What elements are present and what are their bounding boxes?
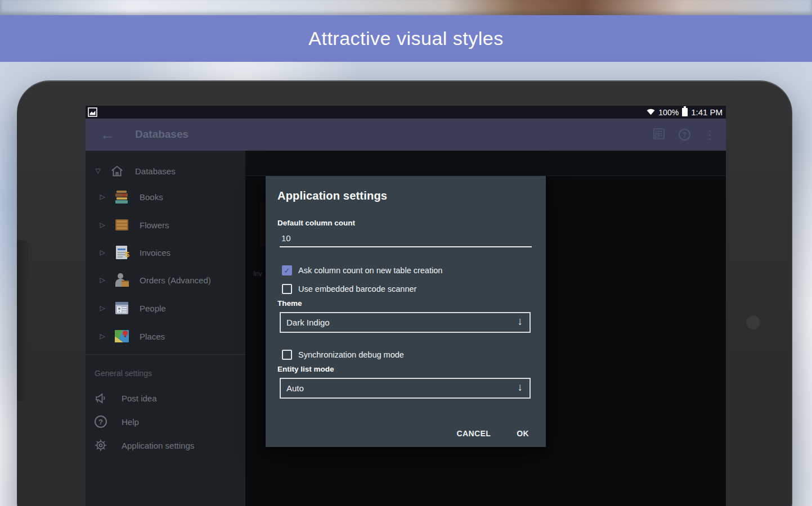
map-icon (114, 328, 129, 344)
checkbox-unchecked-icon[interactable] (282, 350, 292, 360)
sidebar-item-label: Help (122, 417, 139, 427)
image-notification-icon[interactable] (88, 107, 97, 119)
bezel-side-strip (17, 240, 28, 401)
checkbox-label: Use embedded barcode scanner (298, 284, 416, 293)
tablet-device: 100% 1:41 PM ← Databases (17, 80, 792, 506)
sidebar-item-label: Invoices (140, 248, 171, 257)
dropdown-arrow-icon: ↓ (518, 315, 523, 328)
app-bar-actions: ? ⋮ (653, 119, 716, 151)
background-top-strip (0, 0, 812, 15)
sidebar-item-label: Post idea (122, 394, 157, 403)
entity-list-mode-select[interactable]: Auto ↓ (280, 378, 531, 399)
sidebar-item-label: Places (140, 332, 165, 341)
dimmed-card-label: Inv (253, 270, 262, 278)
megaphone-icon (93, 391, 108, 405)
cancel-button[interactable]: CANCEL (456, 429, 491, 438)
column-count-input[interactable] (280, 232, 532, 247)
theme-label: Theme (277, 299, 302, 308)
tablet-screen: 100% 1:41 PM ← Databases (86, 106, 726, 506)
sidebar-item-orders-advanced[interactable]: ▷ Orders (Advanced) (86, 269, 245, 291)
checkbox-barcode-scanner[interactable]: Use embedded barcode scanner (282, 284, 416, 294)
expand-arrow-icon[interactable]: ▷ (98, 221, 107, 229)
status-bar: 100% 1:41 PM (86, 106, 726, 119)
checkbox-checked-icon[interactable]: ✓ (282, 265, 292, 275)
checkbox-label: Synchronization debug mode (298, 350, 404, 359)
checkbox-unchecked-icon[interactable] (282, 284, 292, 294)
sidebar-item-label: Orders (Advanced) (140, 275, 211, 285)
camera-lens (745, 314, 761, 331)
dropdown-arrow-icon: ↓ (518, 381, 523, 394)
banner-title: Attractive visual styles (308, 28, 503, 49)
marketing-banner: Attractive visual styles (0, 15, 812, 62)
contact-card-icon (114, 300, 129, 316)
sidebar-item-flowers[interactable]: ▷ Flowers (86, 214, 245, 236)
sidebar-item-label: Databases (135, 166, 176, 176)
application-settings-dialog: Application settings Default column coun… (266, 176, 546, 447)
sidebar-item-label: Books (140, 192, 163, 202)
expand-arrow-icon[interactable]: ▷ (98, 276, 107, 284)
app-bar: ← Databases ? ⋮ (86, 119, 726, 151)
dialog-title: Application settings (277, 189, 387, 202)
home-icon (109, 163, 125, 179)
expand-arrow-icon[interactable]: ▷ (98, 304, 107, 312)
battery-icon (681, 106, 688, 119)
expand-arrow-icon[interactable]: ▷ (98, 332, 107, 340)
column-count-label: Default column count (277, 219, 355, 227)
person-box-icon (114, 272, 129, 288)
theme-selected-value: Dark Indigo (286, 318, 330, 327)
sidebar-item-help[interactable]: ? Help (86, 410, 245, 433)
screenshot-root: Attractive visual styles (0, 0, 812, 506)
sidebar-item-label: Flowers (140, 220, 169, 230)
checkbox-sync-debug[interactable]: Synchronization debug mode (282, 350, 404, 360)
expand-arrow-icon[interactable]: ▷ (98, 249, 107, 256)
invoice-icon: $ (114, 245, 129, 260)
entity-list-mode-label: Entity list mode (277, 365, 334, 373)
help-icon: ? (93, 414, 108, 429)
sidebar-item-application-settings[interactable]: Application settings (86, 434, 245, 457)
checkbox-label: Ask column count on new table creation (298, 266, 442, 275)
sidebar-item-label: Application settings (122, 441, 194, 450)
clock: 1:41 PM (691, 107, 723, 117)
ok-button[interactable]: OK (517, 429, 529, 438)
sidebar-item-label: People (140, 304, 166, 313)
overflow-menu-icon[interactable]: ⋮ (704, 129, 716, 141)
wifi-icon (646, 107, 656, 118)
contact-card-icon[interactable] (653, 128, 665, 142)
expand-arrow-icon[interactable]: ▷ (98, 193, 107, 201)
dialog-buttons: CANCEL OK (456, 429, 529, 438)
entity-list-mode-selected-value: Auto (286, 383, 304, 393)
sidebar-divider (86, 354, 245, 355)
sidebar-item-post-idea[interactable]: Post idea (86, 387, 245, 409)
section-header: General settings (95, 369, 152, 378)
collapse-arrow-icon[interactable]: ▽ (93, 167, 102, 175)
sidebar-item-places[interactable]: ▷ Places (86, 325, 245, 347)
sidebar-item-people[interactable]: ▷ People (86, 297, 245, 319)
crate-icon (114, 217, 129, 233)
status-bar-right: 100% 1:41 PM (646, 106, 723, 119)
sidebar-item-invoices[interactable]: ▷ $ Invoices (86, 241, 245, 264)
content-top-strip (245, 151, 726, 176)
back-arrow-icon[interactable]: ← (100, 126, 115, 143)
books-icon (114, 189, 129, 205)
checkbox-ask-column-count[interactable]: ✓ Ask column count on new table creation (282, 265, 442, 275)
battery-percent: 100% (658, 108, 679, 117)
sidebar-item-databases-root[interactable]: ▽ Databases (86, 160, 245, 182)
help-icon[interactable]: ? (679, 129, 690, 141)
theme-select[interactable]: Dark Indigo ↓ (280, 312, 531, 333)
app-bar-title: Databases (135, 128, 189, 141)
gear-icon (93, 438, 108, 453)
sidebar-item-books[interactable]: ▷ Books (86, 186, 245, 208)
sidebar: ▽ Databases ▷ Books (86, 151, 245, 506)
